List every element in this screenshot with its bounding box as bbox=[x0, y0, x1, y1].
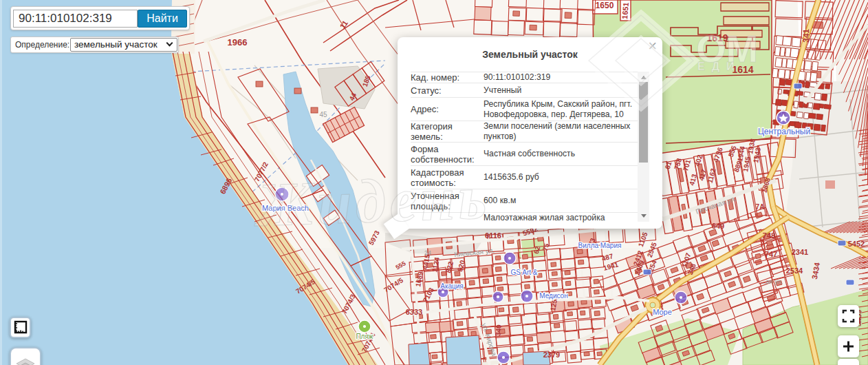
svg-text:6116: 6116 bbox=[485, 231, 501, 240]
svg-text:Центральный: Центральный bbox=[758, 127, 810, 136]
svg-text:747: 747 bbox=[765, 250, 777, 258]
svg-text:1966: 1966 bbox=[228, 37, 248, 48]
svg-text:340: 340 bbox=[494, 324, 502, 336]
svg-text:Акация: Акация bbox=[440, 282, 464, 290]
svg-text:24: 24 bbox=[424, 249, 431, 256]
svg-text:7А: 7А bbox=[756, 203, 765, 211]
svg-text:45: 45 bbox=[319, 111, 327, 118]
svg-text:649: 649 bbox=[712, 222, 724, 230]
svg-text:Вилла Мария: Вилла Мария bbox=[578, 242, 622, 249]
svg-text:2341: 2341 bbox=[792, 248, 808, 256]
svg-text:2379: 2379 bbox=[543, 351, 560, 359]
svg-text:748: 748 bbox=[763, 231, 775, 240]
svg-text:341: 341 bbox=[801, 28, 812, 43]
svg-text:1614: 1614 bbox=[732, 64, 753, 75]
svg-text:...ая ул.: ...ая ул. bbox=[761, 278, 783, 285]
svg-text:Море: Море bbox=[653, 308, 672, 316]
svg-text:1651: 1651 bbox=[620, 2, 630, 19]
svg-text:2534: 2534 bbox=[786, 267, 803, 275]
svg-text:Медисон: Медисон bbox=[539, 292, 567, 300]
svg-text:5452: 5452 bbox=[848, 240, 865, 248]
svg-text:1619: 1619 bbox=[706, 32, 728, 43]
svg-text:GS Art &: GS Art & bbox=[511, 269, 538, 276]
svg-text:1650: 1650 bbox=[596, 1, 614, 10]
svg-text:Пляж: Пляж bbox=[356, 333, 373, 340]
svg-text:6333: 6333 bbox=[406, 308, 422, 316]
svg-text:Мария Beach: Мария Beach bbox=[262, 204, 309, 212]
